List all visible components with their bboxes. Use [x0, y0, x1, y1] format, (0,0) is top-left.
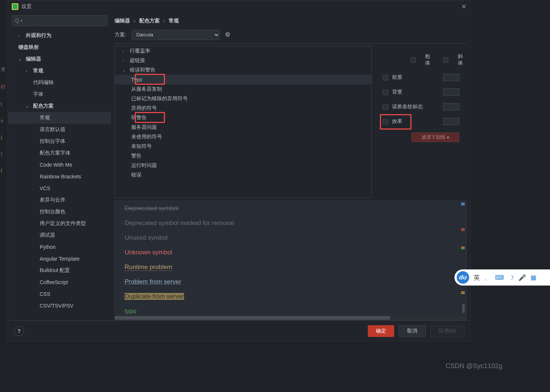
preview-line: ···Runtime·problem	[119, 260, 462, 275]
apply-button[interactable]: 应用(A)	[430, 325, 464, 337]
preview-line: ···typo	[119, 304, 462, 315]
category-item[interactable]: Typo	[115, 75, 371, 84]
sidebar-item[interactable]: ⌄配色方案	[8, 100, 111, 112]
fg-swatch[interactable]	[443, 74, 459, 81]
bg-swatch[interactable]	[443, 88, 459, 96]
category-item[interactable]: ›行覆盖率	[115, 46, 371, 56]
settings-sidebar: Q▾ ›外观和行为键盘映射⌄编辑器›常规代码编辑字体⌄配色方案常规语言默认值控制…	[8, 13, 111, 320]
preview-line: ···Duplicate·from·server	[119, 289, 462, 304]
sidebar-item[interactable]: CSS	[8, 288, 111, 300]
sidebar-item[interactable]: Angular Template	[8, 253, 111, 265]
horizontal-scrollbar[interactable]	[115, 315, 467, 320]
effect-label: 效果	[392, 118, 402, 125]
main-panel: 编辑器› 配色方案› 常规 方案: Darcula ⚙ ›行覆盖率›超链接⌄错误…	[111, 13, 470, 320]
italic-checkbox[interactable]	[443, 57, 448, 63]
crumb-0[interactable]: 编辑器	[115, 18, 130, 24]
sidebar-item[interactable]: 常规	[8, 112, 111, 124]
search-input[interactable]: Q▾	[12, 15, 107, 26]
preview-line: ···Deprecated·symbol	[119, 201, 462, 216]
sidebar-item[interactable]: 差异与合并	[8, 194, 111, 206]
sidebar-item[interactable]: VCS	[8, 182, 111, 194]
category-item[interactable]: 警告	[115, 151, 371, 161]
category-item[interactable]: ›超链接	[115, 56, 371, 65]
breadcrumb: 编辑器› 配色方案› 常规	[115, 13, 470, 29]
preview-line: ···Unused·symbol	[119, 231, 462, 245]
close-icon[interactable]: ✕	[461, 3, 467, 11]
scrollbar-thumb[interactable]	[115, 316, 390, 320]
scheme-label: 方案:	[115, 32, 126, 38]
category-item[interactable]: 运行时问题	[115, 161, 371, 170]
italic-label: 斜体	[458, 53, 467, 66]
sidebar-item[interactable]: 代码编辑	[8, 77, 111, 88]
sidebar-item[interactable]: 控制台字体	[8, 135, 111, 147]
sidebar-item[interactable]: CoffeeScript	[8, 276, 111, 288]
ok-button[interactable]: 确定	[368, 325, 394, 337]
effect-swatch[interactable]	[443, 118, 459, 125]
settings-tree: ›外观和行为键盘映射⌄编辑器›常规代码编辑字体⌄配色方案常规语言默认值控制台字体…	[8, 30, 111, 320]
effect-type-select[interactable]: 波浪下划线 ▾	[411, 133, 459, 142]
category-item[interactable]: 未知符号	[115, 142, 371, 151]
effect-checkbox[interactable]	[383, 119, 388, 124]
fg-label: 前景	[392, 74, 402, 81]
preview-line: ···Problem·from·server	[119, 275, 462, 289]
watermark: CSDN @Syc1102g	[446, 362, 502, 370]
baidu-ime-icon[interactable]: du	[457, 271, 469, 284]
category-item[interactable]: 服务器问题	[115, 123, 371, 132]
sidebar-item[interactable]: 键盘映射	[8, 41, 111, 53]
sidebar-item[interactable]: 语言默认值	[8, 124, 111, 135]
stripe-label: 误差条纹标志	[392, 104, 423, 110]
category-item[interactable]: ⌄错误和警告	[115, 65, 371, 75]
preview-gutter	[460, 201, 465, 314]
sidebar-item[interactable]: Code With Me	[8, 159, 111, 171]
grid-icon[interactable]: ▦	[531, 274, 536, 282]
bold-label: 粗体	[425, 53, 434, 66]
crumb-1[interactable]: 配色方案	[139, 18, 160, 24]
category-item[interactable]: 错误	[115, 170, 371, 180]
titlebar: 设置 ✕	[8, 0, 470, 13]
fg-checkbox[interactable]	[383, 75, 388, 80]
editor-gutter-icons: 攻行ts(](	[1, 66, 6, 173]
sidebar-item[interactable]: ›常规	[8, 65, 111, 77]
sidebar-item[interactable]: 控制台颜色	[8, 206, 111, 218]
sidebar-item[interactable]: Python	[8, 241, 111, 253]
settings-dialog: 设置 ✕ Q▾ ›外观和行为键盘映射⌄编辑器›常规代码编辑字体⌄配色方案常规语言…	[8, 0, 471, 341]
category-item[interactable]: 弱警告	[115, 113, 371, 123]
sidebar-item[interactable]: ⌄编辑器	[8, 53, 111, 65]
sidebar-item[interactable]: CSV/TSV/PSV	[8, 300, 111, 312]
preview-pane: ···Deprecated·symbol···Deprecated·symbol…	[115, 201, 467, 315]
help-button[interactable]: ?	[14, 326, 24, 336]
app-logo-icon	[12, 3, 18, 10]
sidebar-item[interactable]: Buildout 配置	[8, 265, 111, 276]
sidebar-item[interactable]: 调试器	[8, 229, 111, 241]
category-item[interactable]: 已标记为移除的弃用符号	[115, 94, 371, 104]
mic-icon[interactable]: 🎤	[518, 274, 526, 282]
category-item[interactable]: 未使用的符号	[115, 132, 371, 142]
bg-label: 背景	[392, 89, 402, 95]
category-item[interactable]: 从服务器复制	[115, 84, 371, 94]
moon-icon[interactable]: ☽	[508, 274, 514, 282]
ime-punct-icon[interactable]: 、	[484, 273, 490, 282]
sidebar-item[interactable]: Rainbow Brackets	[8, 171, 111, 182]
ime-lang[interactable]: 英	[474, 273, 480, 282]
stripe-swatch[interactable]	[443, 103, 459, 110]
search-icon: Q	[15, 18, 19, 23]
scheme-select[interactable]: Darcula	[132, 30, 220, 40]
stripe-checkbox[interactable]	[383, 104, 388, 110]
sidebar-item[interactable]: 字体	[8, 88, 111, 100]
preview-line: ···Unknown·symbol	[119, 245, 462, 260]
preview-line: ···Deprecated·symbol·marked·for·removal	[119, 216, 462, 231]
sidebar-item[interactable]: 用户定义的文件类型	[8, 218, 111, 229]
gear-icon[interactable]: ⚙	[225, 31, 230, 39]
window-title: 设置	[21, 3, 32, 10]
bold-checkbox[interactable]	[411, 57, 416, 63]
cancel-button[interactable]: 取消	[399, 325, 426, 337]
sidebar-item[interactable]: 配色方案字体	[8, 147, 111, 159]
scheme-row: 方案: Darcula ⚙	[115, 29, 467, 44]
keyboard-icon[interactable]: ⌨	[495, 274, 504, 282]
sidebar-item[interactable]: ›外观和行为	[8, 30, 111, 41]
ime-toolbar[interactable]: du 英 、 ⌨ ☽ 🎤 ▦	[454, 269, 550, 286]
bg-checkbox[interactable]	[383, 90, 388, 95]
properties-panel: 粗体 斜体 前景 背景 误差条纹标志 效果 波浪下划线 ▾	[375, 46, 470, 198]
dialog-footer: ? 确定 取消 应用(A)	[8, 320, 470, 341]
category-item[interactable]: 弃用的符号	[115, 104, 371, 113]
